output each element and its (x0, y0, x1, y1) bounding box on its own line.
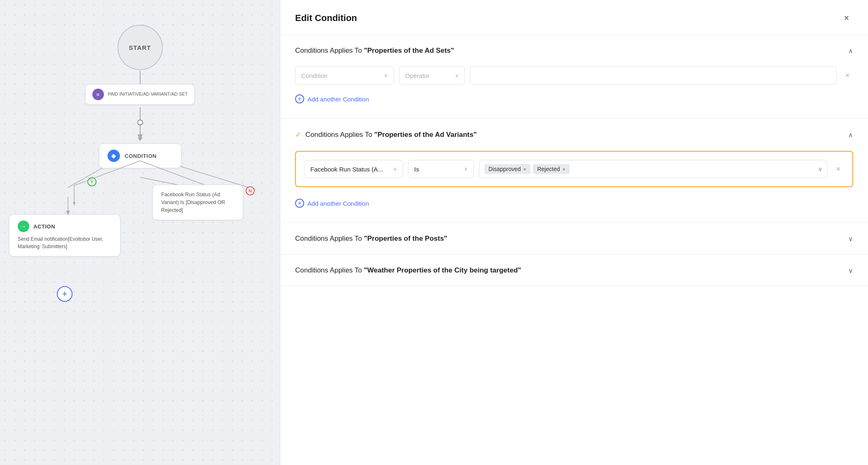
start-node: START (117, 25, 163, 70)
action-icon: → (18, 221, 29, 232)
connector (140, 71, 141, 84)
accordion-ad-sets-header[interactable]: Conditions Applies To "Properties of the… (280, 35, 868, 66)
accordion-posts-title: Conditions Applies To "Properties of the… (295, 235, 447, 243)
initiative-node[interactable]: ≡ PAID INITIATIVE/AD VARIANT/AD SET (85, 84, 195, 105)
panel-header: Edit Condition × (280, 0, 868, 35)
accordion-weather-title: Conditions Applies To "Weather Propertie… (295, 266, 521, 275)
chevron-down-icon-4: ∨ (848, 267, 853, 275)
accordion-posts-header[interactable]: Conditions Applies To "Properties of the… (280, 223, 868, 254)
accordion-ad-variants: ✓ Conditions Applies To "Properties of t… (280, 119, 868, 223)
condition-select-empty[interactable]: Condition ∨ (295, 66, 394, 85)
condition-select-filled[interactable]: Facebook Run Status (A... ∨ (304, 160, 403, 178)
operator-select-filled[interactable]: Is ∨ (408, 160, 474, 178)
add-condition-button-2[interactable]: + Add another Condition (295, 195, 369, 211)
tag-disapproved-remove[interactable]: × (523, 167, 527, 172)
connector2 (140, 109, 141, 120)
edit-condition-panel: Edit Condition × Conditions Applies To "… (280, 0, 868, 465)
values-empty[interactable] (470, 66, 837, 85)
svg-marker-7 (73, 202, 75, 206)
close-panel-button[interactable]: × (840, 12, 853, 25)
connector-dot (137, 120, 143, 125)
accordion-ad-sets-title: Conditions Applies To "Properties of the… (295, 47, 454, 55)
action-node[interactable]: → ACTION Send Email notification[Evoltob… (9, 214, 120, 256)
add-condition-icon-2: + (295, 199, 304, 208)
add-condition-button-1[interactable]: + Add another Condition (295, 91, 369, 107)
accordion-ad-variants-title: Conditions Applies To "Properties of the… (305, 131, 477, 139)
panel-title: Edit Condition (295, 13, 357, 23)
operator-select-empty[interactable]: Operator ∨ (399, 66, 465, 85)
tag-rejected-remove[interactable]: × (562, 167, 565, 172)
chevron-up-icon-2: ∧ (848, 131, 853, 139)
accordion-ad-variants-header[interactable]: ✓ Conditions Applies To "Properties of t… (280, 119, 868, 151)
accordion-weather: Conditions Applies To "Weather Propertie… (280, 255, 868, 287)
arrow-down (138, 138, 143, 141)
condition-text-node[interactable]: Facebook Run Status (Ad Variant) Is [Dis… (152, 185, 243, 220)
initiative-icon: ≡ (92, 89, 104, 100)
values-wrapper: Disapproved × Rejected × ∨ (479, 160, 828, 178)
condition-group-highlighted: Facebook Run Status (A... ∨ Is ∨ Disappr… (295, 151, 853, 187)
delete-filled-row-button[interactable]: × (833, 163, 844, 175)
add-node-button[interactable]: + (57, 286, 73, 302)
accordion-posts: Conditions Applies To "Properties of the… (280, 223, 868, 255)
condition-icon: ◆ (108, 150, 120, 162)
workflow-canvas: START ≡ PAID INITIATIVE/AD VARIANT/AD SE… (0, 0, 280, 465)
check-icon: ✓ (295, 130, 301, 139)
chevron-down-icon-3: ∨ (848, 235, 853, 243)
condition-node[interactable]: ◆ CONDITION (99, 143, 181, 168)
condition-row-empty: Condition ∨ Operator ∨ × (295, 66, 853, 85)
tag-rejected: Rejected × (533, 164, 570, 174)
tags-group: Disapproved × Rejected × (484, 164, 812, 174)
action-header: → ACTION (18, 221, 112, 232)
accordion-ad-variants-body: Facebook Run Status (A... ∨ Is ∨ Disappr… (280, 151, 868, 223)
condition-row-filled: Facebook Run Status (A... ∨ Is ∨ Disappr… (304, 160, 844, 178)
accordion-ad-sets-body: Condition ∨ Operator ∨ × + Add another C… (280, 66, 868, 118)
tag-disapproved: Disapproved × (484, 164, 530, 174)
values-chevron-icon: ∨ (815, 166, 822, 172)
accordion-ad-sets: Conditions Applies To "Properties of the… (280, 35, 868, 119)
accordion-weather-header[interactable]: Conditions Applies To "Weather Propertie… (280, 255, 868, 286)
no-branch-label: N (246, 186, 255, 195)
yes-branch-label: Y (87, 177, 96, 186)
delete-row-button[interactable]: × (842, 70, 853, 82)
add-condition-icon: + (295, 94, 304, 103)
chevron-up-icon: ∧ (848, 47, 853, 55)
action-text: Send Email notification[Evoltobor User, … (18, 235, 112, 250)
